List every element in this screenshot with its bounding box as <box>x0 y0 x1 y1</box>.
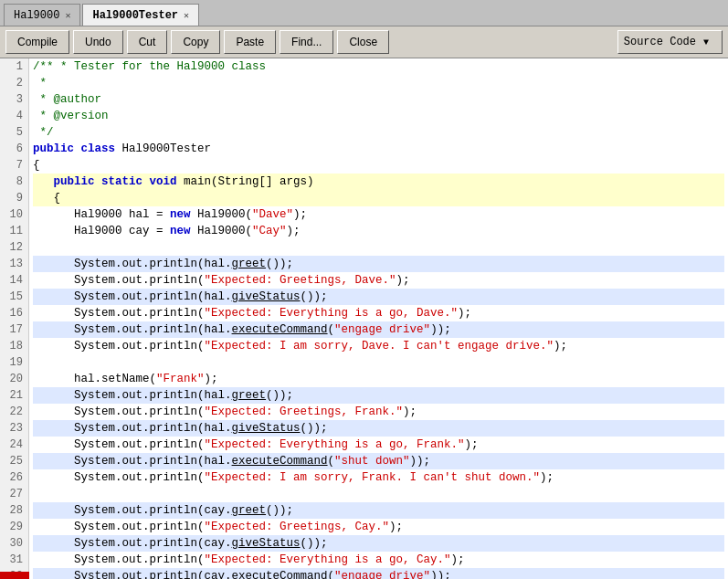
find-button[interactable]: Find... <box>280 30 333 54</box>
code-area[interactable]: /** * Tester for the Hal9000 class * * @… <box>29 58 728 579</box>
code-line-27 <box>33 486 724 502</box>
tab-hal9000tester-close[interactable]: ✕ <box>184 10 189 21</box>
line-number-12: 12 <box>5 239 23 256</box>
code-line-18: System.out.println("Expected: I am sorry… <box>33 338 724 354</box>
code-line-21: System.out.println(hal.greet()); <box>33 387 724 404</box>
code-line-23: System.out.println(hal.giveStatus()); <box>33 420 724 437</box>
line-numbers: 1234567891011121314151617181920212223242… <box>0 58 29 579</box>
code-line-29: System.out.println("Expected: Greetings,… <box>33 519 724 535</box>
line-number-9: 9 <box>5 190 23 206</box>
code-line-22: System.out.println("Expected: Greetings,… <box>33 404 724 420</box>
compile-button[interactable]: Compile <box>5 30 69 54</box>
line-number-28: 28 <box>5 502 23 519</box>
line-number-27: 27 <box>5 486 23 502</box>
bottom-strip <box>0 572 29 579</box>
code-line-16: System.out.println("Expected: Everything… <box>33 305 724 321</box>
line-number-6: 6 <box>5 141 23 157</box>
line-number-23: 23 <box>5 420 23 437</box>
line-number-20: 20 <box>5 371 23 387</box>
code-line-12 <box>33 239 724 256</box>
line-number-22: 22 <box>5 404 23 420</box>
line-number-15: 15 <box>5 289 23 305</box>
line-number-3: 3 <box>5 91 23 108</box>
tab-bar: Hal9000 ✕ Hal9000Tester ✕ <box>0 0 728 26</box>
line-number-7: 7 <box>5 157 23 174</box>
toolbar: Compile Undo Cut Copy Paste Find... Clos… <box>0 26 728 58</box>
line-number-1: 1 <box>5 58 23 75</box>
code-line-1: /** * Tester for the Hal9000 class <box>33 58 724 75</box>
line-number-17: 17 <box>5 321 23 338</box>
code-line-24: System.out.println("Expected: Everything… <box>33 437 724 453</box>
code-line-9: { <box>33 190 724 206</box>
line-number-14: 14 <box>5 272 23 289</box>
tab-hal9000-label: Hal9000 <box>14 9 59 22</box>
line-number-8: 8 <box>5 174 23 190</box>
dropdown-arrow-icon: ▼ <box>703 37 709 47</box>
code-line-2: * <box>33 75 724 91</box>
line-number-21: 21 <box>5 387 23 404</box>
line-number-30: 30 <box>5 535 23 552</box>
line-number-19: 19 <box>5 354 23 371</box>
line-number-10: 10 <box>5 206 23 223</box>
code-line-26: System.out.println("Expected: I am sorry… <box>33 469 724 486</box>
code-line-4: * @version <box>33 108 724 124</box>
line-number-29: 29 <box>5 519 23 535</box>
code-line-5: */ <box>33 124 724 141</box>
line-number-24: 24 <box>5 437 23 453</box>
tab-hal9000-close[interactable]: ✕ <box>65 10 70 21</box>
code-line-32: System.out.println(cay.executeCommand("e… <box>33 568 724 579</box>
code-line-15: System.out.println(hal.giveStatus()); <box>33 289 724 305</box>
source-code-dropdown[interactable]: Source Code ▼ <box>617 30 723 54</box>
code-line-10: Hal9000 hal = new Hal9000("Dave"); <box>33 206 724 223</box>
code-line-3: * @author <box>33 91 724 108</box>
code-line-7: { <box>33 157 724 174</box>
close-button[interactable]: Close <box>337 30 389 54</box>
code-line-8: public static void main(String[] args) <box>33 174 724 190</box>
code-line-11: Hal9000 cay = new Hal9000("Cay"); <box>33 223 724 239</box>
code-line-17: System.out.println(hal.executeCommand("e… <box>33 321 724 338</box>
code-line-6: public class Hal9000Tester <box>33 141 724 157</box>
source-code-label: Source Code <box>624 36 696 48</box>
code-line-13: System.out.println(hal.greet()); <box>33 256 724 272</box>
line-number-11: 11 <box>5 223 23 239</box>
paste-button[interactable]: Paste <box>224 30 276 54</box>
cut-button[interactable]: Cut <box>127 30 168 54</box>
line-number-18: 18 <box>5 338 23 354</box>
tab-hal9000tester[interactable]: Hal9000Tester ✕ <box>82 4 199 26</box>
line-number-25: 25 <box>5 453 23 469</box>
line-number-4: 4 <box>5 108 23 124</box>
line-number-13: 13 <box>5 256 23 272</box>
line-number-5: 5 <box>5 124 23 141</box>
code-line-14: System.out.println("Expected: Greetings,… <box>33 272 724 289</box>
tab-hal9000tester-label: Hal9000Tester <box>92 9 178 22</box>
copy-button[interactable]: Copy <box>171 30 220 54</box>
undo-button[interactable]: Undo <box>73 30 123 54</box>
code-line-19 <box>33 354 724 371</box>
code-line-28: System.out.println(cay.greet()); <box>33 502 724 519</box>
line-number-31: 31 <box>5 552 23 568</box>
code-line-30: System.out.println(cay.giveStatus()); <box>33 535 724 552</box>
code-line-20: hal.setName("Frank"); <box>33 371 724 387</box>
line-number-26: 26 <box>5 469 23 486</box>
line-number-16: 16 <box>5 305 23 321</box>
line-number-2: 2 <box>5 75 23 91</box>
code-line-25: System.out.println(hal.executeCommand("s… <box>33 453 724 469</box>
editor-container: 1234567891011121314151617181920212223242… <box>0 58 728 579</box>
tab-hal9000[interactable]: Hal9000 ✕ <box>4 4 80 26</box>
code-line-31: System.out.println("Expected: Everything… <box>33 552 724 568</box>
